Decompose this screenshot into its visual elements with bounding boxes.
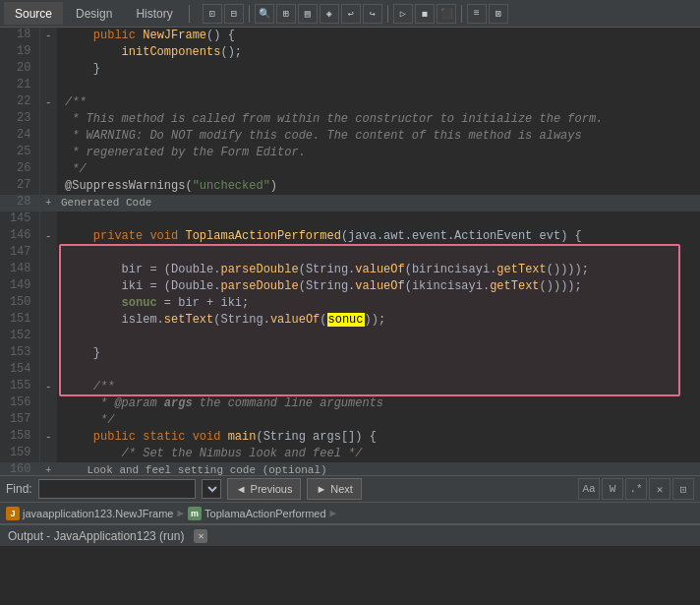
java-class-icon: J bbox=[6, 507, 20, 520]
line-code: public static void main(String args[]) { bbox=[57, 429, 700, 446]
line-marker bbox=[39, 345, 57, 362]
output-close-button[interactable]: ✕ bbox=[194, 529, 207, 543]
toolbar-icons: ⊡ ⊟ 🔍 ⊞ ▤ ◈ ↩ ↪ ▷ ◼ ⬛ ≡ ⊠ bbox=[203, 4, 508, 24]
toolbar-icon-6[interactable]: ◈ bbox=[320, 4, 339, 24]
breadcrumb-item-1[interactable]: J javaapplication123.NewJFrame bbox=[6, 507, 173, 520]
line-marker bbox=[39, 145, 57, 161]
find-option-5[interactable]: ⊡ bbox=[672, 478, 694, 500]
line-code bbox=[57, 362, 700, 379]
collapse-icon-155[interactable]: - bbox=[42, 382, 54, 393]
toolbar-icon-2[interactable]: ⊟ bbox=[224, 4, 244, 24]
table-row: 18 - public NewJFrame() { bbox=[0, 28, 700, 44]
line-marker: - bbox=[39, 429, 57, 446]
breadcrumb-item-2[interactable]: m ToplamaActionPerformed bbox=[188, 507, 326, 520]
line-code: initComponents(); bbox=[57, 44, 700, 61]
line-number: 149 bbox=[0, 278, 39, 295]
toolbar-icon-13[interactable]: ⊠ bbox=[489, 4, 508, 24]
toolbar-icon-11[interactable]: ⬛ bbox=[437, 4, 456, 24]
collapsed-label-160[interactable]: Look and feel setting code (optional) bbox=[57, 462, 700, 475]
line-number: 20 bbox=[0, 61, 39, 78]
toolbar-icon-10[interactable]: ◼ bbox=[415, 4, 435, 24]
collapse-icon-22[interactable]: - bbox=[42, 97, 54, 108]
line-code: */ bbox=[57, 161, 700, 178]
next-button[interactable]: ► Next bbox=[307, 478, 362, 500]
table-row: 148 bir = (Double.parseDouble(String.val… bbox=[0, 262, 700, 278]
line-marker bbox=[39, 295, 57, 312]
line-marker bbox=[39, 312, 57, 329]
toolbar-icon-7[interactable]: ↩ bbox=[341, 4, 361, 24]
line-code: islem.setText(String.valueOf(sonuc)); bbox=[57, 312, 700, 329]
find-input[interactable] bbox=[38, 479, 196, 499]
breadcrumb-arrow: ▶ bbox=[177, 507, 184, 519]
collapsed-label[interactable]: Generated Code bbox=[57, 195, 700, 212]
sep4 bbox=[461, 5, 462, 23]
toolbar-icon-3[interactable]: 🔍 bbox=[255, 4, 274, 24]
find-icon-group: Aa W .* ✕ ⊡ bbox=[578, 478, 694, 500]
table-row: 146 - private void ToplamaActionPerforme… bbox=[0, 228, 700, 245]
collapse-icon[interactable]: - bbox=[42, 30, 54, 41]
tab-design[interactable]: Design bbox=[65, 2, 123, 26]
line-code: /** bbox=[57, 379, 700, 395]
next-icon: ► bbox=[316, 483, 326, 495]
line-marker bbox=[39, 178, 57, 195]
find-option-1[interactable]: Aa bbox=[578, 478, 600, 500]
line-code: private void ToplamaActionPerformed(java… bbox=[57, 228, 700, 245]
table-row: 25 * regenerated by the Form Editor. bbox=[0, 145, 700, 161]
line-number: 160 bbox=[0, 462, 39, 475]
table-row: 22 - /** bbox=[0, 94, 700, 111]
line-number: 158 bbox=[0, 429, 39, 446]
line-number: 27 bbox=[0, 178, 39, 195]
table-row: 158 - public static void main(String arg… bbox=[0, 429, 700, 446]
toolbar-icon-9[interactable]: ▷ bbox=[393, 4, 413, 24]
find-option-2[interactable]: W bbox=[602, 478, 623, 500]
table-row: 159 /* Set the Nimbus look and feel */ bbox=[0, 446, 700, 462]
tab-history[interactable]: History bbox=[125, 2, 183, 26]
find-option-4[interactable]: ✕ bbox=[649, 478, 671, 500]
line-number: 25 bbox=[0, 145, 39, 161]
line-number: 157 bbox=[0, 412, 39, 429]
previous-button[interactable]: ◄ Previous bbox=[227, 478, 302, 500]
toolbar-icon-12[interactable]: ≡ bbox=[467, 4, 487, 24]
table-row-collapsed: 28 + Generated Code bbox=[0, 195, 700, 212]
line-code: /** bbox=[57, 94, 700, 111]
expand-icon-160[interactable]: + bbox=[42, 465, 54, 475]
line-code: * WARNING: Do NOT modify this code. The … bbox=[57, 128, 700, 145]
collapse-icon-158[interactable]: - bbox=[42, 432, 54, 443]
line-code: bir = (Double.parseDouble(String.valueOf… bbox=[57, 262, 700, 278]
line-number: 19 bbox=[0, 44, 39, 61]
line-code bbox=[57, 245, 700, 262]
table-row: 150 sonuc = bir + iki; bbox=[0, 295, 700, 312]
toolbar-icon-5[interactable]: ▤ bbox=[298, 4, 318, 24]
table-row: 153 } bbox=[0, 345, 700, 362]
expand-icon-28[interactable]: + bbox=[42, 198, 54, 209]
line-marker bbox=[39, 278, 57, 295]
breadcrumb-arrow-end: ▶ bbox=[330, 507, 337, 519]
output-label: Output - JavaApplication123 (run) bbox=[8, 529, 184, 543]
highlighted-sonuc: sonuc bbox=[327, 313, 365, 327]
toolbar-icon-8[interactable]: ↪ bbox=[363, 4, 382, 24]
find-option-3[interactable]: .* bbox=[625, 478, 647, 500]
previous-icon: ◄ bbox=[236, 483, 247, 495]
tab-source[interactable]: Source bbox=[4, 2, 63, 25]
line-marker bbox=[39, 111, 57, 128]
line-number: 150 bbox=[0, 295, 39, 312]
line-marker bbox=[39, 412, 57, 429]
table-row-collapsed-160: 160 + Look and feel setting code (option… bbox=[0, 462, 700, 475]
find-options-dropdown[interactable]: ▼ bbox=[202, 479, 221, 499]
table-row: 27 @SuppressWarnings("unchecked") bbox=[0, 178, 700, 195]
toolbar-icon-1[interactable]: ⊡ bbox=[203, 4, 222, 24]
sep2 bbox=[249, 5, 250, 23]
table-row: 21 bbox=[0, 78, 700, 94]
sep3 bbox=[387, 5, 388, 23]
table-row: 19 initComponents(); bbox=[0, 44, 700, 61]
line-number: 154 bbox=[0, 362, 39, 379]
table-row: 20 } bbox=[0, 61, 700, 78]
line-number: 146 bbox=[0, 228, 39, 245]
previous-label: Previous bbox=[251, 483, 293, 495]
line-code bbox=[57, 78, 700, 94]
line-code bbox=[57, 329, 700, 345]
line-code: public NewJFrame() { bbox=[57, 28, 700, 44]
line-marker: - bbox=[39, 94, 57, 111]
toolbar-icon-4[interactable]: ⊞ bbox=[276, 4, 296, 24]
collapse-icon-146[interactable]: - bbox=[42, 231, 54, 242]
